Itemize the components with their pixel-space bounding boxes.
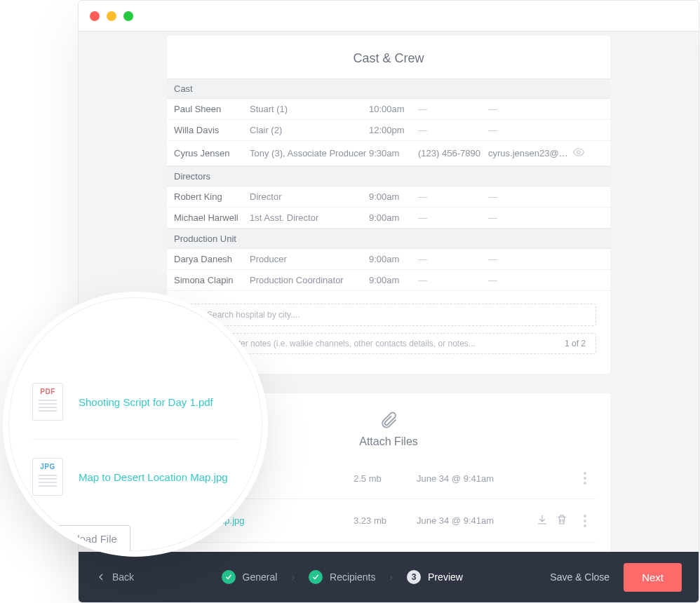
cell-phone: (123) 456-7890: [418, 148, 488, 158]
table-group-header: Directors: [167, 166, 610, 187]
cell-name: Darya Danesh: [174, 254, 250, 264]
cell-time: 10:00am: [369, 104, 418, 114]
zoom-file-name: Map to Desert Location Map.jpg: [79, 471, 228, 483]
cell-time: 9:00am: [369, 191, 418, 202]
cell-role: Director: [250, 191, 369, 202]
file-actions: [536, 513, 578, 528]
cell-name: Willa Davis: [174, 125, 250, 135]
table-row[interactable]: Darya DaneshProducer9:00am——: [167, 249, 610, 270]
cell-name: Paul Sheen: [174, 104, 250, 114]
table-row[interactable]: Simona ClapinProduction Coordinator9:00a…: [167, 270, 610, 291]
file-type-icon: PDF: [32, 383, 63, 421]
cell-email: —: [488, 254, 572, 264]
footer-placeholder: Enter footer notes (i.e. walkie channels…: [204, 339, 476, 348]
cell-phone: —: [418, 191, 488, 202]
cell-phone: —: [418, 275, 488, 285]
paperclip-icon: [379, 410, 398, 430]
cell-time: 9:00am: [369, 212, 418, 223]
file-size: 2.5 mb: [354, 473, 417, 484]
file-type-icon: JPG: [32, 458, 63, 496]
wizard-step-general[interactable]: General: [222, 570, 278, 584]
file-size: 3.23 mb: [354, 515, 417, 526]
row-action: [572, 146, 586, 161]
cell-role: Production Coordinator: [250, 275, 369, 285]
wizard-step-recipients[interactable]: Recipients: [309, 570, 375, 584]
arrow-left-icon: [95, 571, 107, 583]
cell-email: cyrus.jensen23@hotmail...: [488, 148, 572, 158]
file-preview-zoom: PDFShooting Script for Day 1.pdfJPGMap t…: [8, 297, 262, 551]
step-number-badge: 3: [407, 570, 421, 584]
cell-email: —: [488, 191, 572, 202]
trash-icon[interactable]: [556, 513, 568, 526]
minimize-window-button[interactable]: [107, 11, 116, 21]
table-row[interactable]: Michael Harwell1st Asst. Director9:00am—…: [167, 208, 610, 229]
cast-crew-title: Cast & Crew: [167, 36, 610, 79]
close-window-button[interactable]: [90, 11, 100, 21]
save-and-close-button[interactable]: Save & Close: [550, 571, 610, 583]
download-icon[interactable]: [536, 513, 548, 526]
window-titlebar: [79, 1, 699, 32]
cell-name: Simona Clapin: [174, 275, 250, 285]
cell-email: —: [488, 125, 572, 135]
zoom-file-item[interactable]: PDFShooting Script for Day 1.pdf: [32, 365, 238, 440]
upload-icon: [46, 534, 57, 545]
more-icon[interactable]: [578, 515, 592, 527]
svg-point-0: [577, 151, 581, 154]
eye-icon[interactable]: [572, 146, 585, 158]
file-date: June 34 @ 9:41am: [417, 473, 536, 484]
cell-phone: —: [418, 104, 488, 114]
cell-role: Producer: [250, 254, 369, 264]
cast-crew-panel: Cast & Crew CastPaul SheenStuart (1)10:0…: [167, 36, 610, 374]
table-group-header: Production Unit: [167, 229, 610, 249]
cell-email: —: [488, 212, 572, 223]
file-date: June 34 @ 9:41am: [417, 515, 536, 526]
maximize-window-button[interactable]: [123, 11, 133, 21]
next-button[interactable]: Next: [624, 563, 682, 592]
cell-role: Stuart (1): [250, 104, 369, 114]
cell-time: 9:30am: [369, 148, 418, 158]
attached-file-row[interactable]: cation Map.jpg3.23 mbJune 34 @ 9:41am: [181, 499, 596, 543]
zoom-file-item[interactable]: JPGMap to Desert Location Map.jpg: [32, 440, 238, 514]
chevron-right-icon: ›: [291, 571, 295, 583]
cell-name: Robert King: [174, 191, 250, 202]
cell-time: 12:00pm: [369, 125, 418, 135]
cell-role: 1st Asst. Director: [250, 212, 369, 223]
wizard-steps: General › Recipients › 3 Preview: [134, 570, 550, 584]
wizard-step-preview[interactable]: 3 Preview: [407, 570, 463, 584]
page-indicator: 1 of 2: [565, 339, 586, 348]
cell-email: —: [488, 104, 572, 114]
cell-phone: —: [418, 254, 488, 264]
table-row[interactable]: Robert KingDirector9:00am——: [167, 187, 610, 208]
table-row[interactable]: Cyrus JensenTony (3), Associate Producer…: [167, 141, 610, 166]
cell-email: —: [488, 275, 572, 285]
cell-name: Michael Harwell: [174, 212, 250, 223]
cell-name: Cyrus Jensen: [174, 148, 250, 158]
cell-role: Clair (2): [250, 125, 369, 135]
table-group-header: Cast: [167, 79, 610, 99]
table-row[interactable]: Willa DavisClair (2)12:00pm——: [167, 120, 610, 141]
more-icon[interactable]: [578, 472, 592, 485]
check-icon: [222, 570, 236, 584]
footer-notes-input[interactable]: ✻ Enter footer notes (i.e. walkie channe…: [181, 333, 596, 354]
cell-time: 9:00am: [369, 254, 418, 264]
cell-phone: —: [418, 125, 488, 135]
zoom-file-name: Shooting Script for Day 1.pdf: [79, 396, 213, 408]
hospital-search-input[interactable]: H Search hospital by city....: [181, 304, 596, 326]
cell-role: Tony (3), Associate Producer: [250, 148, 369, 158]
chevron-right-icon: ›: [389, 571, 393, 583]
cell-time: 9:00am: [369, 275, 418, 285]
table-row[interactable]: Paul SheenStuart (1)10:00am——: [167, 99, 610, 120]
back-button[interactable]: Back: [95, 571, 134, 583]
cell-phone: —: [418, 212, 488, 223]
check-icon: [309, 570, 323, 584]
hospital-placeholder: Search hospital by city....: [207, 310, 300, 320]
wizard-bar: Back General › Recipients › 3 Preview: [79, 552, 699, 602]
